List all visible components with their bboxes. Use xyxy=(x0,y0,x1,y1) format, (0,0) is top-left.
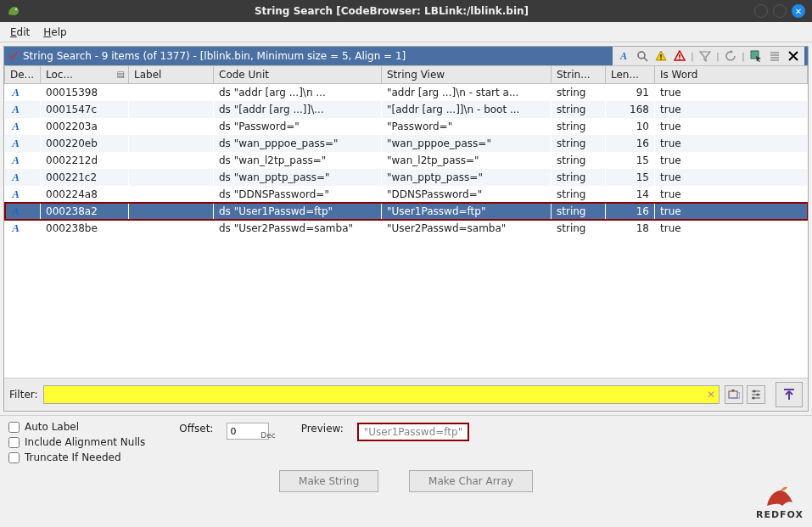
code-unit-cell: ds "addr [arg ...]\n ... xyxy=(214,84,382,102)
ghidra-icon xyxy=(7,4,20,18)
filter-input[interactable]: ✕ xyxy=(43,385,720,404)
filter-funnel-tool[interactable] xyxy=(697,48,714,64)
panel-close-button[interactable] xyxy=(785,48,802,64)
label-cell xyxy=(129,169,214,186)
table-row[interactable]: A000238beds "User2Passwd=samba""User2Pas… xyxy=(5,220,808,237)
svg-point-0 xyxy=(15,8,17,10)
defined-cell: A xyxy=(5,203,41,220)
code-unit-cell: ds "wan_pptp_pass=" xyxy=(214,169,382,186)
svg-rect-5 xyxy=(660,59,662,60)
length-cell: 15 xyxy=(606,169,655,186)
scroll-top-button[interactable] xyxy=(776,382,803,407)
col-location[interactable]: Loc...▤ xyxy=(41,66,129,84)
col-length[interactable]: Len... xyxy=(606,66,655,84)
svg-line-3 xyxy=(644,58,647,61)
auto-label-checkbox[interactable]: Auto Label xyxy=(8,421,145,433)
col-label[interactable]: Label xyxy=(129,66,214,84)
label-cell xyxy=(129,203,214,220)
button-row: Make String Make Char Array xyxy=(0,467,812,496)
col-code-unit[interactable]: Code Unit xyxy=(214,66,382,84)
table-row[interactable]: A000220ebds "wan_pppoe_pass=""wan_pppoe_… xyxy=(5,135,808,152)
defined-a-icon: A xyxy=(10,171,22,184)
search-tool[interactable] xyxy=(634,48,651,64)
defined-cell: A xyxy=(5,152,41,169)
location-cell: 000238a2 xyxy=(41,203,129,220)
defined-a-icon: A xyxy=(10,137,22,150)
make-char-array-button[interactable]: Make Char Array xyxy=(409,470,533,492)
length-cell: 168 xyxy=(606,101,655,118)
svg-rect-4 xyxy=(660,54,662,58)
menu-help[interactable]: Help xyxy=(38,25,71,40)
label-cell xyxy=(129,220,214,237)
clear-filter-icon[interactable]: ✕ xyxy=(707,389,715,401)
truncate-checkbox[interactable]: Truncate If Needed xyxy=(8,451,145,463)
defined-a-icon: A xyxy=(10,205,22,218)
options-row: Auto Label Include Alignment Nulls Trunc… xyxy=(0,415,812,467)
defined-cell: A xyxy=(5,135,41,152)
filter-label: Filter: xyxy=(9,389,38,401)
table-row[interactable]: A000224a8ds "DDNSPassword=""DDNSPassword… xyxy=(5,186,808,203)
location-cell: 000224a8 xyxy=(41,186,129,203)
include-nulls-checkbox[interactable]: Include Alignment Nulls xyxy=(8,436,145,448)
list-tool[interactable] xyxy=(766,48,783,64)
string-type-cell: string xyxy=(552,220,606,237)
refresh-tool[interactable] xyxy=(722,48,739,64)
label-cell xyxy=(129,135,214,152)
string-view-cell: "User1Passwd=ftp" xyxy=(382,203,552,220)
toolbar-separator: | xyxy=(690,48,695,64)
location-cell: 0002203a xyxy=(41,118,129,135)
make-string-button[interactable]: Make String xyxy=(279,470,378,492)
table-row[interactable]: A0002212dds "wan_l2tp_pass=""wan_l2tp_pa… xyxy=(5,152,808,169)
svg-point-17 xyxy=(753,390,756,393)
toolbar-separator: | xyxy=(741,48,746,64)
defined-cell: A xyxy=(5,118,41,135)
location-cell: 0001547c xyxy=(41,101,129,118)
warn-red-tool[interactable] xyxy=(671,48,688,64)
location-cell: 0002212d xyxy=(41,152,129,169)
window-close-button[interactable]: ✕ xyxy=(792,4,805,18)
filter-history-button[interactable] xyxy=(725,385,743,404)
defined-cell: A xyxy=(5,220,41,237)
menu-edit[interactable]: Edit xyxy=(5,25,35,40)
defined-a-icon: A xyxy=(10,154,22,167)
string-view-cell: "Password=" xyxy=(382,118,552,135)
col-defined[interactable]: De... xyxy=(5,66,41,84)
font-a-tool[interactable]: A xyxy=(615,48,632,64)
table-row[interactable]: A000221c2ds "wan_pptp_pass=""wan_pptp_pa… xyxy=(5,169,808,186)
menu-bar: Edit Help xyxy=(0,22,812,42)
label-cell xyxy=(129,101,214,118)
string-view-cell: "wan_l2tp_pass=" xyxy=(382,152,552,169)
window-maximize-button[interactable] xyxy=(773,4,787,18)
code-unit-cell: ds "wan_pppoe_pass=" xyxy=(214,135,382,152)
svg-rect-15 xyxy=(729,391,737,398)
svg-point-2 xyxy=(638,52,645,59)
string-view-cell: "wan_pptp_pass=" xyxy=(382,169,552,186)
table-row[interactable]: A0002203ads "Password=""Password="string… xyxy=(5,118,808,135)
location-cell: 000221c2 xyxy=(41,169,129,186)
defined-cell: A xyxy=(5,101,41,118)
select-tool[interactable] xyxy=(748,48,764,64)
window-title: String Search [CodeBrowser: LBLink:/lbli… xyxy=(29,5,754,17)
col-string-view[interactable]: String View xyxy=(382,66,552,84)
table-row[interactable]: A000238a2ds "User1Passwd=ftp""User1Passw… xyxy=(5,203,808,220)
length-cell: 91 xyxy=(606,84,655,102)
string-type-cell: string xyxy=(552,169,606,186)
string-view-cell: "addr [arg ...]\n - start a... xyxy=(382,84,552,102)
string-type-cell: string xyxy=(552,135,606,152)
filter-settings-button[interactable] xyxy=(747,385,765,404)
warn-yellow-tool[interactable] xyxy=(652,48,669,64)
col-is-word[interactable]: Is Word xyxy=(655,66,808,84)
is-word-cell: true xyxy=(655,169,808,186)
window-minimize-button[interactable] xyxy=(754,4,768,18)
defined-a-icon: A xyxy=(10,103,22,116)
is-word-cell: true xyxy=(655,203,808,220)
panel-header: String Search - 9 items (of 1377) - [lbl… xyxy=(4,47,808,65)
col-string-type[interactable]: Strin... xyxy=(552,66,606,84)
table-row[interactable]: A00015398ds "addr [arg ...]\n ..."addr [… xyxy=(5,84,808,102)
svg-point-19 xyxy=(757,394,759,396)
results-table-wrap[interactable]: De... Loc...▤ Label Code Unit String Vie… xyxy=(4,65,808,378)
length-cell: 15 xyxy=(606,152,655,169)
table-row[interactable]: A0001547cds "[addr [arg ...]]\..."[addr … xyxy=(5,101,808,118)
preview-label: Preview: xyxy=(301,423,344,434)
string-type-cell: string xyxy=(552,118,606,135)
